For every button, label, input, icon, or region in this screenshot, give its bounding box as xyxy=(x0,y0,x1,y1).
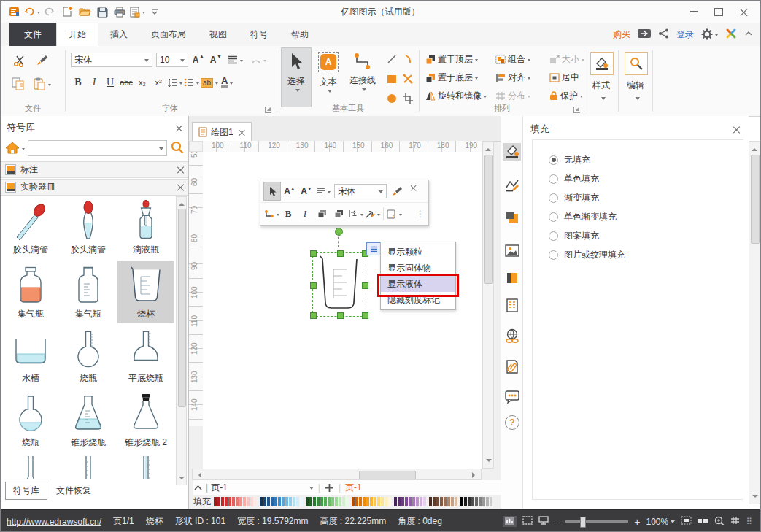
line-spacing-button[interactable] xyxy=(167,75,182,90)
document-tab[interactable]: 绘图1 xyxy=(192,122,252,142)
radio-icon[interactable] xyxy=(549,155,558,165)
copy-button[interactable] xyxy=(11,77,26,91)
hyperlink-panel-icon[interactable] xyxy=(503,327,521,344)
zoom-slider[interactable] xyxy=(565,520,628,523)
resize-handle[interactable] xyxy=(362,282,368,289)
palette-swatch[interactable] xyxy=(451,497,454,506)
attachment-panel-icon[interactable] xyxy=(503,358,521,375)
palette-swatch[interactable] xyxy=(394,497,397,506)
palette-swatch[interactable] xyxy=(409,497,412,506)
palette-swatch[interactable] xyxy=(416,497,419,506)
tab-page-layout[interactable]: 页面布局 xyxy=(139,23,198,46)
palette-swatch[interactable] xyxy=(405,497,408,506)
palette-swatch[interactable] xyxy=(214,497,217,506)
palette-swatch[interactable] xyxy=(471,497,474,506)
customize-toolbar-button[interactable] xyxy=(147,4,163,20)
palette-swatch[interactable] xyxy=(274,497,277,506)
palette-swatch[interactable] xyxy=(221,497,224,506)
document-tab-close-icon[interactable] xyxy=(239,129,244,135)
rectangle-tool-icon[interactable] xyxy=(385,72,399,86)
arrange-dialog-launcher[interactable] xyxy=(573,107,580,113)
palette-swatch[interactable] xyxy=(374,497,376,506)
send-to-back-button[interactable]: 置于底层 xyxy=(425,69,495,86)
scroll-right-icon[interactable] xyxy=(472,472,478,478)
fill-panel-close-icon[interactable] xyxy=(733,126,740,133)
scroll-left-icon[interactable] xyxy=(196,472,201,478)
palette-swatch[interactable] xyxy=(228,497,231,506)
palette-swatch[interactable] xyxy=(352,497,355,506)
center-button[interactable]: 居中 xyxy=(549,69,587,86)
fullscreen-view-icon[interactable] xyxy=(522,516,533,527)
palette-swatch[interactable] xyxy=(370,497,373,506)
fill-option-图片或纹理填充[interactable]: 图片或纹理填充 xyxy=(549,245,743,264)
page-selector[interactable]: 页-1 xyxy=(211,482,228,494)
tab-home[interactable]: 开始 xyxy=(56,23,98,47)
zoom-in-icon[interactable]: + xyxy=(634,516,640,528)
float-select-icon[interactable] xyxy=(263,182,281,201)
library-symbol-锥形烧瓶 2[interactable]: 锥形烧瓶 2 xyxy=(117,389,174,452)
font-color-button[interactable]: A xyxy=(220,75,234,90)
italic-button[interactable]: I xyxy=(87,75,101,90)
tab-view[interactable]: 视图 xyxy=(198,23,239,46)
add-page-icon[interactable] xyxy=(325,483,334,493)
palette-swatch[interactable] xyxy=(271,497,274,506)
panel-scroll-thumb[interactable] xyxy=(751,155,760,244)
distribute-button[interactable]: 分布 xyxy=(495,87,549,104)
float-connector-icon[interactable] xyxy=(263,205,279,223)
palette-swatch[interactable] xyxy=(267,497,270,506)
resize-handle[interactable] xyxy=(310,250,317,257)
palette-swatch[interactable] xyxy=(447,497,450,506)
library-symbol-集气瓶[interactable]: 集气瓶 xyxy=(60,261,117,323)
feedback-icon[interactable] xyxy=(638,28,651,41)
page-tab-active[interactable]: 页-1 xyxy=(345,482,362,494)
float-increase-font-icon[interactable]: A▲ xyxy=(282,182,298,200)
format-painter-button[interactable] xyxy=(34,53,49,68)
palette-swatch[interactable] xyxy=(239,497,242,506)
comment-panel-icon[interactable] xyxy=(503,388,521,406)
underline-button[interactable]: U xyxy=(103,75,117,90)
resize-handle[interactable] xyxy=(337,250,344,257)
shadow-panel-icon[interactable] xyxy=(503,209,521,226)
grid-icon[interactable] xyxy=(730,516,740,527)
strikethrough-button[interactable]: abc xyxy=(119,75,134,90)
palette-swatch[interactable] xyxy=(355,497,358,506)
fill-option-单色填充[interactable]: 单色填充 xyxy=(549,169,743,188)
palette-swatch[interactable] xyxy=(436,497,439,506)
float-align-icon[interactable] xyxy=(315,182,331,200)
library-symbol[interactable] xyxy=(2,453,59,479)
fill-option-渐变填充[interactable]: 渐变填充 xyxy=(549,188,743,207)
library-scrollbar[interactable] xyxy=(176,196,187,485)
palette-swatch[interactable] xyxy=(401,497,404,506)
maximize-button[interactable] xyxy=(706,1,731,23)
decrease-font-button[interactable]: A▼ xyxy=(209,53,223,67)
palette-swatch[interactable] xyxy=(328,497,331,506)
resize-handle[interactable] xyxy=(337,312,344,319)
group-button[interactable]: 组合 xyxy=(495,50,549,68)
library-symbol-集气瓶[interactable]: 集气瓶 xyxy=(2,261,59,323)
palette-swatch[interactable] xyxy=(342,497,345,506)
fill-option-图案填充[interactable]: 图案填充 xyxy=(549,226,743,245)
canvas-hscrollbar[interactable] xyxy=(192,469,482,480)
palette-swatch[interactable] xyxy=(278,497,281,506)
freeform-tool-icon[interactable] xyxy=(401,72,415,86)
palette-swatch[interactable] xyxy=(398,497,401,506)
note-panel-icon[interactable] xyxy=(503,296,521,314)
float-italic-icon[interactable]: I xyxy=(297,205,313,223)
palette-swatch[interactable] xyxy=(479,497,482,506)
fit-page-icon[interactable] xyxy=(681,516,692,527)
float-font-select[interactable]: 宋体 xyxy=(334,184,387,198)
palette-swatch[interactable] xyxy=(490,497,492,506)
vscroll-thumb[interactable] xyxy=(484,155,493,284)
palette-swatch[interactable] xyxy=(300,497,303,506)
palette-swatch[interactable] xyxy=(388,497,391,506)
tab-file[interactable]: 文件 xyxy=(9,23,56,46)
palette-swatch[interactable] xyxy=(324,497,327,506)
palette-swatch[interactable] xyxy=(282,497,285,506)
radio-icon[interactable] xyxy=(549,231,558,241)
settings-gear-icon[interactable] xyxy=(701,28,718,40)
library-symbol-平底烧瓶[interactable]: 平底烧瓶 xyxy=(117,325,174,388)
radio-icon[interactable] xyxy=(549,250,558,260)
bold-button[interactable]: B xyxy=(71,75,85,90)
panel-tab-library[interactable]: 符号库 xyxy=(5,482,47,500)
canvas-vscrollbar[interactable] xyxy=(482,141,494,469)
